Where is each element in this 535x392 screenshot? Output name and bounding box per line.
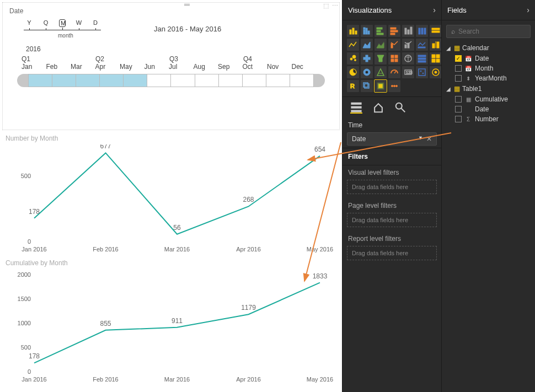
viz-type-icon[interactable] bbox=[402, 52, 414, 65]
viz-type-icon[interactable] bbox=[347, 25, 359, 37]
slicer-cell[interactable] bbox=[290, 74, 314, 87]
slicer-cell[interactable] bbox=[147, 74, 171, 87]
slicer-cell[interactable] bbox=[219, 74, 243, 87]
viz-type-icon[interactable] bbox=[388, 25, 400, 37]
chevron-right-icon[interactable]: › bbox=[527, 6, 529, 14]
format-tab-icon[interactable] bbox=[372, 101, 384, 114]
viz-tool-tabs[interactable] bbox=[343, 96, 441, 118]
viz-type-icon[interactable] bbox=[361, 80, 373, 92]
visualizations-header[interactable]: Visualizations › bbox=[343, 0, 441, 20]
fields-search-input[interactable] bbox=[458, 28, 526, 35]
field-checkbox[interactable]: ✓ bbox=[455, 55, 462, 62]
table-node[interactable]: ◢▦Table1 bbox=[445, 83, 532, 94]
viz-type-icon[interactable] bbox=[416, 52, 428, 65]
scale-day[interactable]: D bbox=[92, 19, 99, 27]
visual-filters-dropzone[interactable]: Drag data fields here bbox=[347, 180, 437, 194]
viz-type-gallery[interactable]: 123R bbox=[343, 20, 441, 96]
analytics-tab-icon[interactable] bbox=[394, 101, 406, 114]
field-node[interactable]: 📅Month bbox=[445, 63, 532, 73]
scale-quarter[interactable]: Q bbox=[42, 19, 49, 27]
slicer-cell[interactable] bbox=[124, 74, 147, 87]
timescale-selector[interactable]: Y Q M W D bbox=[26, 19, 99, 27]
fields-tab-icon[interactable] bbox=[350, 101, 362, 114]
fields-tree[interactable]: ◢▦Calendar✓📅Date📅Month⬍YearMonth◢▦Table1… bbox=[442, 42, 535, 124]
fields-search[interactable]: ⌕ bbox=[446, 25, 531, 38]
field-checkbox[interactable] bbox=[455, 106, 462, 112]
slicer-cell[interactable] bbox=[100, 74, 124, 87]
viz-type-icon[interactable] bbox=[430, 52, 442, 65]
viz-type-icon[interactable] bbox=[388, 80, 400, 92]
viz-type-icon[interactable] bbox=[430, 39, 442, 51]
remove-field-icon[interactable]: ✕ bbox=[426, 135, 432, 143]
field-node[interactable]: ▦Cumulative bbox=[445, 94, 532, 104]
slicer-cell[interactable] bbox=[195, 74, 219, 87]
table-node[interactable]: ◢▦Calendar bbox=[445, 42, 532, 53]
report-canvas[interactable]: ═ ⬚ ⋯ Date Y Q M W D month Jan 2016 - Ma… bbox=[0, 0, 342, 392]
field-checkbox[interactable] bbox=[455, 116, 462, 122]
viz-type-icon[interactable] bbox=[388, 66, 400, 78]
scale-year[interactable]: Y bbox=[26, 19, 33, 27]
viz-type-icon[interactable] bbox=[347, 39, 359, 51]
viz-type-icon[interactable] bbox=[361, 25, 373, 37]
field-checkbox[interactable] bbox=[455, 75, 462, 82]
viz-type-icon[interactable]: 123 bbox=[402, 66, 414, 78]
viz-type-icon[interactable] bbox=[416, 25, 428, 37]
dropdown-icon[interactable]: ▼ bbox=[418, 135, 423, 143]
viz-type-icon[interactable] bbox=[347, 66, 359, 78]
viz-type-icon[interactable] bbox=[374, 39, 387, 51]
more-options-icon[interactable]: ⋯ bbox=[332, 2, 338, 9]
viz-type-icon[interactable] bbox=[430, 66, 442, 78]
field-checkbox[interactable] bbox=[455, 96, 462, 103]
slicer-track[interactable] bbox=[17, 74, 325, 87]
viz-type-icon[interactable] bbox=[430, 25, 442, 37]
viz-type-icon[interactable] bbox=[361, 52, 373, 65]
slicer-handle-right[interactable] bbox=[314, 74, 325, 87]
page-filters-dropzone[interactable]: Drag data fields here bbox=[347, 213, 437, 227]
viz-type-icon[interactable] bbox=[374, 80, 387, 92]
field-node[interactable]: ⬍YearMonth bbox=[445, 73, 532, 83]
viz-type-icon[interactable] bbox=[361, 66, 373, 78]
field-node[interactable]: Date bbox=[445, 104, 532, 114]
fields-panel[interactable]: Fields › ⌕ ◢▦Calendar✓📅Date📅Month⬍YearMo… bbox=[441, 0, 535, 392]
field-node[interactable]: ✓📅Date bbox=[445, 53, 532, 63]
slicer-cell[interactable] bbox=[76, 74, 100, 87]
timeline-slicer-visual[interactable]: ═ ⬚ ⋯ Date Y Q M W D month Jan 2016 - Ma… bbox=[2, 2, 340, 130]
svg-rect-53 bbox=[437, 42, 439, 48]
field-checkbox[interactable] bbox=[455, 65, 462, 72]
svg-rect-31 bbox=[366, 28, 367, 34]
viz-type-icon[interactable] bbox=[402, 25, 414, 37]
chevron-right-icon[interactable]: › bbox=[433, 6, 436, 14]
field-type-icon: 📅 bbox=[465, 66, 472, 72]
viz-type-icon[interactable] bbox=[388, 52, 400, 65]
svg-rect-37 bbox=[390, 28, 396, 29]
slicer-handle-left[interactable] bbox=[17, 74, 28, 87]
viz-type-icon[interactable] bbox=[402, 39, 414, 51]
slicer-cell[interactable] bbox=[266, 74, 290, 87]
slicer-cell[interactable] bbox=[28, 74, 52, 87]
slicer-cell[interactable] bbox=[171, 74, 195, 87]
fields-header[interactable]: Fields › bbox=[442, 0, 535, 20]
viz-type-icon[interactable] bbox=[374, 25, 387, 37]
scale-month[interactable]: M bbox=[59, 19, 66, 27]
visualizations-panel[interactable]: Visualizations › 123R Time Date ▼✕ Filte… bbox=[342, 0, 441, 392]
svg-rect-28 bbox=[352, 28, 354, 34]
viz-type-icon[interactable] bbox=[416, 66, 428, 78]
viz-type-icon[interactable] bbox=[388, 39, 400, 51]
field-well-pill[interactable]: Date ▼✕ bbox=[347, 132, 437, 146]
focus-mode-icon[interactable]: ⬚ bbox=[323, 2, 329, 9]
viz-type-icon[interactable] bbox=[416, 39, 428, 51]
report-filters-dropzone[interactable]: Drag data fields here bbox=[347, 246, 437, 260]
chart1[interactable]: 0500Jan 2016Feb 2016Mar 2016Apr 2016May … bbox=[6, 144, 336, 255]
viz-type-icon[interactable] bbox=[347, 52, 359, 65]
viz-type-icon[interactable] bbox=[374, 52, 387, 65]
svg-text:500: 500 bbox=[21, 173, 31, 179]
slicer-cell[interactable] bbox=[243, 74, 266, 87]
slicer-cell[interactable] bbox=[52, 74, 76, 87]
viz-type-icon[interactable]: R bbox=[347, 80, 359, 92]
viz-type-icon[interactable] bbox=[374, 66, 387, 78]
scale-week[interactable]: W bbox=[76, 19, 82, 27]
chart2[interactable]: 0500100015002000Jan 2016Feb 2016Mar 2016… bbox=[6, 269, 336, 385]
field-node[interactable]: ΣNumber bbox=[445, 114, 532, 124]
grip-icon[interactable]: ═ bbox=[184, 0, 189, 9]
viz-type-icon[interactable] bbox=[361, 39, 373, 51]
